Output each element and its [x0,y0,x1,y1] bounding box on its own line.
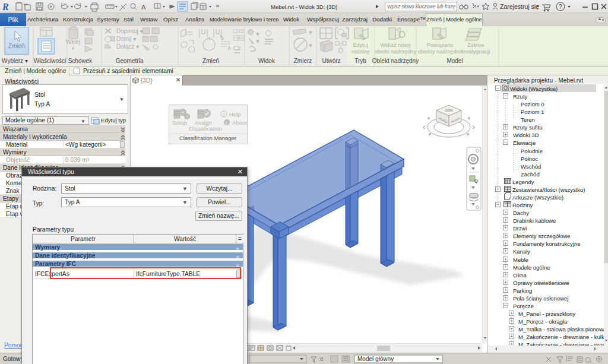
svg-text:A: A [141,4,146,11]
svg-text:▾: ▾ [72,46,74,51]
svg-text:i: i [226,121,227,126]
svg-text:Model główny: Model główny [357,356,394,362]
svg-text:Zmierz: Zmierz [294,58,312,64]
svg-text:obiekty nadrzędne: obiekty nadrzędne [417,49,462,55]
svg-text:▾: ▾ [309,43,312,48]
svg-text:Model: Model [446,58,463,64]
svg-text:About: About [232,119,247,126]
svg-text:Powiązane: Powiązane [427,42,454,48]
svg-text:Widok: Widok [258,58,276,64]
svg-text:▾: ▾ [256,31,259,37]
svg-text:Dotnij ▾: Dotnij ▾ [116,36,136,42]
svg-text:Geometria: Geometria [116,58,144,64]
svg-text:R: R [2,2,9,12]
svg-text::0: :0 [319,356,324,362]
svg-text:Schowek: Schowek [68,58,93,64]
svg-text:Classification: Classification [189,125,222,132]
svg-text:Właściwości: Właściwości [34,58,66,64]
svg-text:Classification Manager: Classification Manager [179,135,236,141]
svg-text:Help: Help [229,111,241,118]
svg-text:Setup: Setup [172,119,187,126]
svg-text:?: ? [559,4,562,10]
svg-text:kondygnacji: kondygnacji [461,49,490,55]
svg-text:obiekt nadrzędny: obiekt nadrzędny [375,49,416,55]
svg-text:?: ? [223,112,226,118]
svg-text:Zmień: Zmień [202,58,219,64]
svg-text:Dołącz ▾: Dołącz ▾ [116,43,139,50]
svg-text:Tryb: Tryb [354,58,366,64]
svg-text:▾: ▾ [309,30,312,35]
svg-text:Dopasuj ▾: Dopasuj ▾ [116,28,143,34]
svg-text:Edytuj: Edytuj [353,42,368,48]
svg-text:Utwórz: Utwórz [322,58,340,64]
svg-text:Zmień: Zmień [8,43,25,49]
svg-text:Wskaż nowy: Wskaż nowy [380,42,411,48]
svg-text:GÓRA: GÓRA [445,109,452,112]
svg-text:Wybierz ▾: Wybierz ▾ [2,58,28,64]
svg-text:Zakres: Zakres [467,42,484,48]
svg-text:▾: ▾ [256,39,259,44]
svg-text:rodzinę: rodzinę [352,49,369,55]
svg-text:Wklej: Wklej [66,39,80,45]
svg-text:Obiekt nadrzędny: Obiekt nadrzędny [372,58,419,64]
